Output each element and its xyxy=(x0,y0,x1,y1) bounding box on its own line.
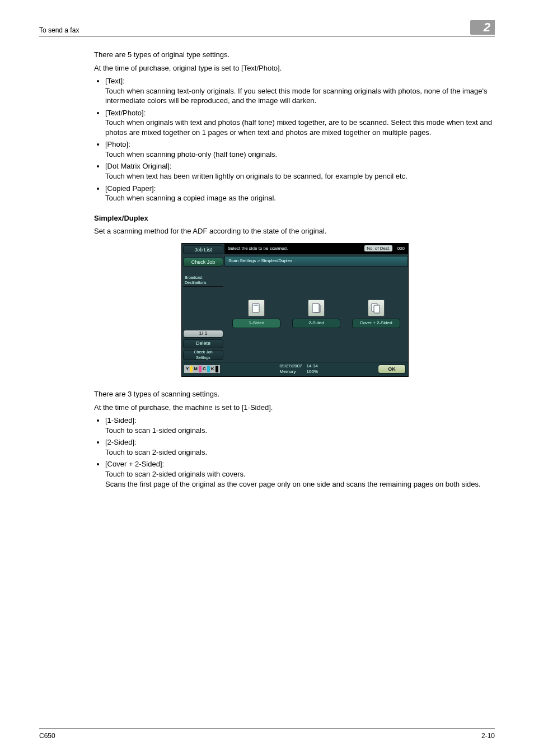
section-desc: Set a scanning method for the ADF accord… xyxy=(94,226,495,236)
section-heading-simplex-duplex: Simplex/Duplex xyxy=(94,213,495,223)
footer-model: C650 xyxy=(39,731,55,740)
item-desc: Touch when scanning photo-only (half ton… xyxy=(105,150,277,158)
option-label: 1-Sided xyxy=(232,319,280,328)
list-item: [1-Sided]: Touch to scan 1-sided origina… xyxy=(105,416,495,435)
list-item: [Text]: Touch when scanning text-only or… xyxy=(105,76,495,106)
toner-letter: K xyxy=(211,366,214,372)
page-footer: C650 2-10 xyxy=(39,729,495,740)
dest-count-label: No. of Dest. xyxy=(364,245,392,251)
panel-date: 09/27/2007 xyxy=(280,363,302,368)
chapter-number-chip: 2 xyxy=(470,20,495,35)
item-desc: Touch to scan 2-sided originals with cov… xyxy=(105,470,481,488)
page-header: To send a fax 2 xyxy=(39,20,495,36)
item-name: [Dot Matrix Original]: xyxy=(105,162,171,170)
item-desc: Touch to scan 2-sided originals. xyxy=(105,448,207,456)
item-name: [Copied Paper]: xyxy=(105,184,156,193)
delete-button[interactable]: Delete xyxy=(183,339,223,348)
footer-page-number: 2-10 xyxy=(481,731,495,740)
page-double-icon xyxy=(308,300,325,316)
duplex-options: 1-Sided 2-Sided xyxy=(224,267,408,362)
item-name: [2-Sided]: xyxy=(105,438,137,446)
item-name: [1-Sided]: xyxy=(105,416,137,424)
page-body: There are 5 types of original type setti… xyxy=(39,36,495,489)
page-single-icon xyxy=(248,300,265,316)
toner-black-icon xyxy=(216,366,218,372)
page-cover-icon xyxy=(368,300,385,316)
panel-time: 14:34 xyxy=(307,363,318,368)
item-desc: Touch when text has been written lightly… xyxy=(105,172,407,180)
item-name: [Text]: xyxy=(105,77,125,85)
item-desc: Touch when scanning a copied image as th… xyxy=(105,194,276,202)
item-name: [Cover + 2-Sided]: xyxy=(105,460,164,468)
check-job-settings-button[interactable]: Check Job Settings xyxy=(183,350,223,360)
intro-text-2: At the time of purchase, original type i… xyxy=(94,63,495,73)
list-item: [Cover + 2-Sided]: Touch to scan 2-sided… xyxy=(105,459,495,489)
touchscreen-screenshot: Job List Select the side to be scanned. … xyxy=(181,243,407,377)
svg-rect-2 xyxy=(312,304,319,312)
check-job-button[interactable]: Check Job xyxy=(183,258,223,267)
page-indicator: 1/ 1 xyxy=(183,330,223,338)
toner-magenta-icon xyxy=(199,366,202,372)
list-item: [2-Sided]: Touch to scan 2-sided origina… xyxy=(105,437,495,457)
list-item: [Text/Photo]: Touch when originals with … xyxy=(105,108,495,138)
option-1sided[interactable]: 1-Sided xyxy=(232,300,281,328)
list-item: [Copied Paper]: Touch when scanning a co… xyxy=(105,184,495,203)
toner-letter: M xyxy=(194,366,198,372)
job-list-button[interactable]: Job List xyxy=(183,245,223,254)
item-name: [Photo]: xyxy=(105,140,130,148)
item-desc: Touch when scanning text-only originals.… xyxy=(105,87,487,105)
toner-levels: Y M C K xyxy=(184,365,220,373)
toner-yellow-icon xyxy=(190,366,193,372)
memory-value: 100% xyxy=(307,369,318,374)
panel-message: Select the side to be scanned. xyxy=(228,246,288,252)
dest-count-value: 000 xyxy=(397,246,405,251)
toner-letter: Y xyxy=(186,366,189,372)
broadcast-label: Broadcast Destinations xyxy=(183,274,223,287)
list-item: [Photo]: Touch when scanning photo-only … xyxy=(105,139,495,159)
item-name: [Text/Photo]: xyxy=(105,109,146,117)
intro-text-1: There are 5 types of original type setti… xyxy=(94,50,495,60)
svg-rect-4 xyxy=(374,305,380,313)
original-type-list: [Text]: Touch when scanning text-only or… xyxy=(94,76,495,203)
option-label: 2-Sided xyxy=(292,319,340,328)
option-label: Cover + 2-Sided xyxy=(352,319,400,328)
option-2sided[interactable]: 2-Sided xyxy=(292,300,341,328)
toner-letter: C xyxy=(203,366,206,372)
item-desc: Touch to scan 1-sided originals. xyxy=(105,426,207,435)
option-cover-2sided[interactable]: Cover + 2-Sided xyxy=(352,300,401,328)
item-desc: Touch when originals with text and photo… xyxy=(105,118,492,137)
svg-rect-1 xyxy=(254,305,258,306)
breadcrumb: Scan Settings > Simplex/Duplex xyxy=(224,256,408,267)
toner-cyan-icon xyxy=(207,366,210,372)
memory-label: Memory xyxy=(280,369,296,374)
ok-button[interactable]: OK xyxy=(378,365,406,374)
intro-text-3: There are 3 types of scanning settings. xyxy=(94,389,495,399)
scanning-type-list: [1-Sided]: Touch to scan 1-sided origina… xyxy=(94,416,495,489)
intro-text-4: At the time of purchase, the machine is … xyxy=(94,403,495,413)
running-head: To send a fax xyxy=(39,26,79,35)
list-item: [Dot Matrix Original]: Touch when text h… xyxy=(105,161,495,181)
